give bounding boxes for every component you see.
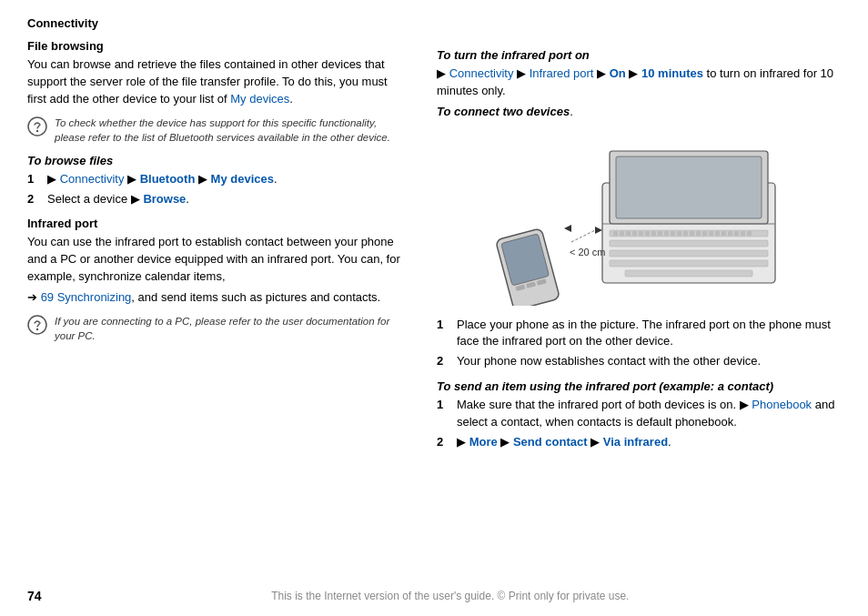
note-box-1: To check whether the device has support …: [27, 116, 409, 145]
connect-two-devices: To connect two devices.: [437, 104, 841, 121]
infrared-para2: ➔ 69 Synchronizing, and send items such …: [27, 289, 409, 307]
connectivity-link-2[interactable]: Connectivity: [449, 66, 514, 80]
svg-rect-11: [610, 260, 768, 267]
svg-rect-14: [620, 231, 624, 236]
browse-link[interactable]: Browse: [143, 192, 186, 206]
send-item-title: To send an item using the infrared port …: [437, 379, 841, 393]
svg-rect-29: [715, 231, 720, 236]
header-title: Connectivity: [27, 16, 98, 30]
svg-rect-30: [722, 231, 726, 236]
svg-rect-18: [645, 231, 650, 236]
svg-rect-13: [613, 231, 618, 236]
svg-point-0: [28, 117, 46, 136]
more-link[interactable]: More: [469, 435, 498, 449]
send-step-2: 2 ▶ More ▶ Send contact ▶ Via infrared.: [437, 434, 841, 451]
send-step-1: 1 Make sure that the infrared port of bo…: [437, 397, 841, 431]
svg-rect-9: [610, 240, 768, 247]
svg-rect-34: [747, 231, 752, 236]
svg-rect-16: [632, 231, 637, 236]
svg-rect-15: [626, 231, 631, 236]
ten-minutes-link[interactable]: 10 minutes: [641, 66, 703, 80]
svg-rect-10: [610, 250, 768, 257]
file-browsing-title: File browsing: [27, 39, 409, 53]
connect-step-1: 1 Place your phone as in the picture. Th…: [437, 317, 841, 351]
my-devices-link-2[interactable]: My devices: [211, 172, 274, 186]
infrared-diagram: < 20 cm: [484, 128, 793, 306]
turn-on-steps: ▶ Connectivity ▶ Infrared port ▶ On ▶ 10…: [437, 66, 841, 100]
svg-rect-23: [677, 231, 681, 236]
info-icon-2: [27, 315, 47, 335]
step-2: 2 Select a device ▶ Browse.: [27, 191, 409, 208]
note-text-2: If you are connecting to a PC, please re…: [55, 314, 409, 343]
svg-rect-17: [639, 231, 643, 236]
sync-link[interactable]: 69 Synchronizing: [41, 290, 132, 304]
browse-files-title: To browse files: [27, 154, 409, 167]
connect-step-2: 2 Your phone now establishes contact wit…: [437, 353, 841, 370]
svg-rect-21: [664, 231, 669, 236]
footer-note: This is the Internet version of the user…: [60, 590, 841, 602]
svg-rect-26: [696, 231, 701, 236]
on-link[interactable]: On: [610, 66, 626, 80]
page-number: 74: [27, 589, 42, 603]
send-contact-link[interactable]: Send contact: [513, 435, 588, 449]
my-devices-link[interactable]: My devices: [230, 92, 289, 106]
bluetooth-link[interactable]: Bluetooth: [140, 172, 196, 186]
svg-rect-20: [658, 231, 662, 236]
note-text-1: To check whether the device has support …: [55, 116, 409, 145]
svg-rect-28: [709, 231, 713, 236]
note-box-2: If you are connecting to a PC, please re…: [27, 314, 409, 343]
svg-rect-27: [702, 231, 707, 236]
svg-rect-25: [690, 231, 694, 236]
info-icon: [27, 116, 47, 136]
browse-steps: 1 ▶ Connectivity ▶ Bluetooth ▶ My device…: [27, 171, 409, 208]
turn-on-title: To turn the infrared port on: [437, 48, 841, 62]
svg-point-2: [28, 316, 46, 334]
send-steps: 1 Make sure that the infrared port of bo…: [437, 397, 841, 451]
footer: 74 This is the Internet version of the u…: [27, 589, 841, 603]
infrared-port-link[interactable]: Infrared port: [530, 66, 594, 80]
phonebook-link[interactable]: Phonebook: [752, 398, 812, 411]
svg-rect-12: [625, 270, 752, 277]
svg-marker-35: [595, 227, 602, 234]
connect-steps: 1 Place your phone as in the picture. Th…: [437, 317, 841, 371]
two-column-layout: File browsing You can browse and retriev…: [27, 39, 841, 455]
svg-rect-22: [671, 231, 675, 236]
diagram-area: < 20 cm: [437, 128, 841, 306]
svg-rect-24: [683, 231, 688, 236]
page: Connectivity File browsing You can brows…: [0, 0, 868, 616]
infrared-para: You can use the infrared port to establi…: [27, 234, 409, 286]
svg-point-3: [36, 328, 38, 330]
connectivity-link-1[interactable]: Connectivity: [60, 172, 125, 186]
svg-rect-32: [734, 231, 739, 236]
svg-rect-19: [651, 231, 656, 236]
svg-rect-33: [741, 231, 745, 236]
step-1: 1 ▶ Connectivity ▶ Bluetooth ▶ My device…: [27, 171, 409, 188]
left-column: File browsing You can browse and retriev…: [27, 39, 409, 455]
cm-label: < 20 cm: [570, 247, 605, 258]
svg-marker-41: [564, 225, 571, 232]
svg-rect-31: [728, 231, 732, 236]
svg-line-42: [571, 230, 595, 242]
right-column: To turn the infrared port on ▶ Connectiv…: [437, 39, 841, 455]
infrared-title: Infrared port: [27, 217, 409, 230]
svg-point-1: [36, 129, 38, 131]
via-infrared-link[interactable]: Via infrared: [603, 435, 668, 449]
svg-rect-6: [616, 157, 762, 218]
file-browsing-para: You can browse and retrieve the files co…: [27, 56, 409, 108]
page-header: Connectivity: [27, 16, 841, 30]
